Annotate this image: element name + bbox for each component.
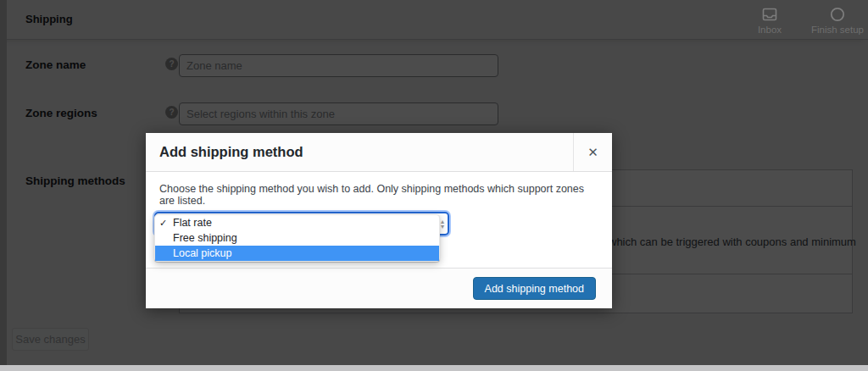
inbox-tab[interactable]: Inbox: [749, 6, 790, 35]
menu-item-free-shipping[interactable]: Free shipping: [155, 230, 439, 246]
modal-footer: Add shipping method: [146, 268, 612, 308]
add-shipping-method-modal: Add shipping method ✕ Choose the shippin…: [146, 133, 612, 308]
inbox-icon: [749, 6, 790, 23]
modal-description: Choose the shipping method you wish to a…: [159, 183, 600, 207]
checkmark-icon: ✓: [159, 215, 171, 230]
menu-item-label: Free shipping: [173, 232, 237, 244]
menu-item-local-pickup[interactable]: Local pickup: [155, 246, 439, 261]
modal-title: Add shipping method: [159, 144, 303, 160]
shipping-settings-screen: Shipping Zone name ? Zone regions ? Ship…: [0, 0, 868, 371]
menu-item-flat-rate[interactable]: ✓ Flat rate: [155, 215, 439, 230]
shipping-method-dropdown-menu: ✓ Flat rate Free shipping Local pickup: [154, 214, 440, 262]
activity-panel: Inbox Finish setup: [737, 0, 868, 40]
bottom-edge-strip: [0, 365, 868, 371]
modal-header: Add shipping method ✕: [146, 133, 612, 172]
menu-item-label: Local pickup: [173, 247, 232, 259]
menu-item-label: Flat rate: [173, 217, 212, 229]
finish-setup-label: Finish setup: [811, 25, 864, 35]
close-icon[interactable]: ✕: [573, 133, 612, 171]
select-arrows-icon: ▴▾: [441, 219, 444, 230]
setup-progress-circle-icon: [807, 6, 868, 23]
add-shipping-method-button[interactable]: Add shipping method: [473, 277, 596, 300]
finish-setup-tab[interactable]: Finish setup: [807, 6, 868, 35]
inbox-label: Inbox: [758, 25, 782, 35]
